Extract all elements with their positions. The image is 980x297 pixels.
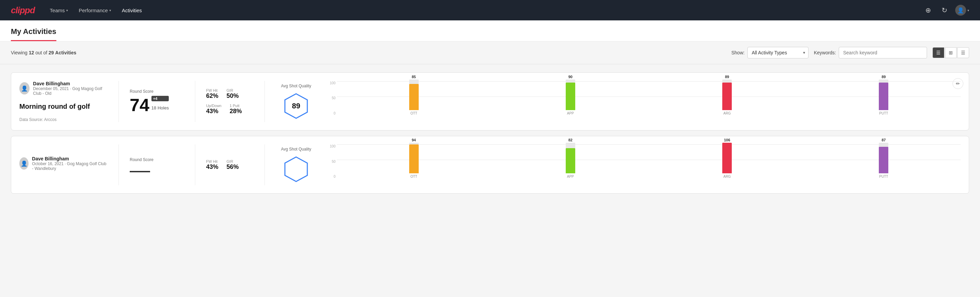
user-info: Dave Billingham October 16, 2021 · Gog M…: [32, 156, 108, 171]
fw-hit-label: FW Hit: [206, 160, 218, 163]
nav-performance[interactable]: Performance ▾: [75, 5, 115, 16]
y-axis-label: 50: [327, 160, 337, 163]
fw-hit-value: 43%: [206, 163, 218, 171]
avg-shot-quality: Avg Shot Quality: [276, 147, 317, 183]
card-user: 👤 Dave Billingham October 16, 2021 · Gog…: [19, 156, 108, 171]
search-input[interactable]: [839, 47, 927, 59]
bar-group: 89ARG: [650, 75, 804, 115]
stat-row-2: Up/Down 43% 1 Putt 28%: [206, 104, 254, 115]
user-name: Dave Billingham: [33, 81, 108, 86]
round-score: Round Score 74 +4 18 Holes: [130, 81, 184, 122]
user-date: October 16, 2021 · Gog Magog Golf Club -…: [32, 161, 108, 171]
add-button[interactable]: ⊕: [923, 5, 934, 16]
hexagon-svg: [283, 156, 310, 183]
bar-value-label: 106: [724, 138, 730, 142]
user-date: December 05, 2021 · Gog Magog Golf Club …: [33, 86, 108, 96]
one-putt-value: 28%: [229, 108, 242, 115]
divider: [195, 81, 195, 122]
user-info: Dave Billingham December 05, 2021 · Gog …: [33, 81, 108, 96]
logo: clippd: [11, 5, 35, 16]
bar-fill: [879, 147, 888, 173]
refresh-button[interactable]: ↻: [939, 5, 950, 16]
bar-group: 89PUTT: [807, 75, 961, 115]
avatar-chevron-icon: ▾: [967, 8, 969, 12]
bar-label: ARG: [723, 175, 731, 179]
avg-shot-quality: Avg Shot Quality 89: [276, 81, 317, 122]
keywords-filter: Keywords:: [814, 47, 927, 59]
updown-label: Up/Down: [206, 104, 221, 108]
score-main: [130, 164, 184, 172]
keywords-label: Keywords:: [814, 50, 836, 55]
shot-quality-chart: 10050094OTT82APP106ARG87PUTT: [327, 144, 961, 185]
bar-fill: [409, 144, 419, 173]
list-view-icon: ☰: [936, 50, 940, 55]
round-score: Round Score: [130, 157, 184, 172]
performance-chevron-icon: ▾: [109, 8, 111, 12]
bar-value-label: 87: [881, 138, 886, 142]
holes: 18 Holes: [151, 105, 169, 110]
bar-group: 82APP: [493, 138, 647, 179]
round-score-label: Round Score: [130, 89, 184, 94]
bar-label: ARG: [723, 112, 731, 115]
list-view-button[interactable]: ☰: [932, 47, 944, 58]
compact-view-button[interactable]: ☰: [957, 47, 969, 58]
stat-row-1: FW Hit 62% GIR 50%: [206, 88, 254, 99]
stat-row-1: FW Hit 43% GIR 56%: [206, 160, 254, 171]
y-axis-label: 50: [327, 96, 337, 100]
bar-label: PUTT: [879, 175, 888, 179]
gir-stat: GIR 56%: [226, 160, 239, 171]
user-avatar-button[interactable]: 👤 ▾: [955, 5, 969, 16]
card-user: 👤 Dave Billingham December 05, 2021 · Go…: [19, 81, 108, 96]
page-header: My Activities: [0, 21, 980, 42]
fw-hit-stat: FW Hit 43%: [206, 160, 218, 171]
score-main: 74 +4 18 Holes: [130, 96, 184, 114]
bar-fill: [722, 143, 732, 173]
bar-value-label: 82: [568, 138, 573, 142]
page-title: My Activities: [11, 27, 56, 41]
hexagon-score: 89: [283, 93, 310, 120]
bar-fill: [722, 83, 732, 110]
hex-score-value: 89: [292, 102, 300, 110]
y-axis-label: 0: [327, 112, 337, 115]
score-placeholder: [130, 171, 150, 172]
card-info: 👤 Dave Billingham October 16, 2021 · Gog…: [19, 156, 108, 174]
activity-type-select[interactable]: All Activity Types: [748, 47, 808, 59]
viewing-total: 29: [49, 50, 54, 55]
y-axis-label: 0: [327, 175, 337, 179]
activities-list: ✏ 👤 Dave Billingham December 05, 2021 · …: [0, 64, 980, 207]
user-name: Dave Billingham: [32, 156, 108, 161]
score-badge: +4: [151, 96, 169, 101]
data-source: Data Source: Arccos: [19, 117, 108, 122]
bar-label: OTT: [410, 175, 417, 179]
nav-links: Teams ▾ Performance ▾ Activities: [46, 5, 912, 16]
avatar: 👤: [19, 157, 29, 169]
viewing-count-text: Viewing 12 out of 29 Activities: [11, 50, 726, 55]
card-info: 👤 Dave Billingham December 05, 2021 · Go…: [19, 81, 108, 122]
show-filter: Show: All Activity Types: [732, 47, 808, 59]
navbar: clippd Teams ▾ Performance ▾ Activities …: [0, 0, 980, 21]
fw-hit-value: 62%: [206, 93, 218, 99]
divider: [264, 81, 265, 122]
card-stats: FW Hit 43% GIR 56%: [206, 160, 254, 171]
avg-shot-label: Avg Shot Quality: [281, 84, 311, 88]
bar-value-label: 89: [725, 75, 729, 79]
gir-value: 50%: [226, 93, 239, 99]
divider: [264, 144, 265, 185]
bar-label: OTT: [410, 112, 417, 115]
teams-chevron-icon: ▾: [66, 8, 68, 12]
activity-title: Morning round of golf: [19, 103, 108, 110]
activity-type-select-wrapper: All Activity Types: [748, 47, 808, 59]
bar-group: 94OTT: [337, 138, 491, 179]
grid-view-button[interactable]: ⊞: [945, 47, 956, 58]
nav-activities[interactable]: Activities: [118, 5, 146, 16]
nav-teams[interactable]: Teams ▾: [46, 5, 72, 16]
gir-value: 56%: [226, 163, 239, 171]
bar-group: 106ARG: [650, 138, 804, 179]
bar-value-label: 89: [881, 75, 886, 79]
score-number: 74: [130, 96, 150, 114]
compact-view-icon: ☰: [961, 50, 966, 55]
bar-label: APP: [567, 175, 574, 179]
view-toggle: ☰ ⊞ ☰: [932, 47, 969, 58]
bar-fill: [879, 83, 888, 110]
divider: [195, 144, 195, 185]
